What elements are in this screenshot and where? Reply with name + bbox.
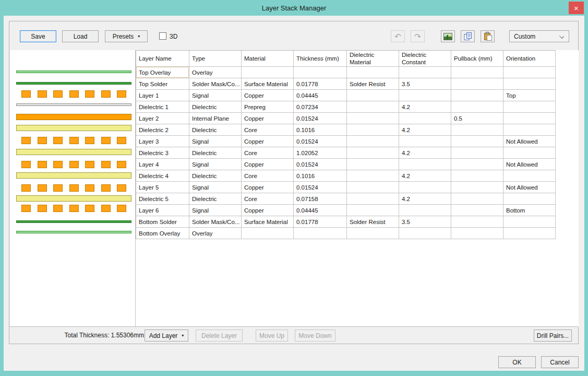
table-cell[interactable] bbox=[503, 78, 556, 90]
table-cell[interactable] bbox=[451, 159, 503, 170]
table-cell[interactable] bbox=[242, 67, 294, 78]
table-cell[interactable]: Dielectric bbox=[189, 170, 242, 182]
table-cell[interactable]: 4.2 bbox=[399, 193, 451, 205]
table-cell[interactable]: Signal bbox=[189, 90, 242, 101]
table-cell[interactable]: 0.07234 bbox=[294, 101, 347, 113]
table-cell[interactable] bbox=[347, 101, 399, 113]
table-cell[interactable] bbox=[451, 193, 503, 205]
ok-button[interactable]: OK bbox=[498, 356, 536, 368]
table-cell[interactable] bbox=[347, 193, 399, 205]
table-cell[interactable] bbox=[451, 67, 503, 78]
table-cell[interactable]: Top Solder bbox=[136, 78, 189, 90]
table-cell[interactable] bbox=[399, 136, 451, 147]
drill-pairs-button[interactable]: Drill Pairs... bbox=[534, 330, 572, 342]
table-cell[interactable] bbox=[503, 216, 556, 228]
cancel-button[interactable]: Cancel bbox=[541, 356, 579, 368]
table-cell[interactable]: Solder Resist bbox=[347, 78, 399, 90]
table-cell[interactable]: 0.01524 bbox=[294, 159, 347, 170]
table-cell[interactable]: 0.04445 bbox=[294, 90, 347, 101]
table-cell[interactable] bbox=[503, 101, 556, 113]
table-cell[interactable]: Core bbox=[242, 124, 294, 136]
load-button[interactable]: Load bbox=[62, 30, 99, 42]
table-cell[interactable] bbox=[347, 113, 399, 124]
table-cell[interactable] bbox=[451, 101, 503, 113]
table-cell[interactable]: Signal bbox=[189, 205, 242, 216]
table-cell[interactable]: 0.01778 bbox=[294, 216, 347, 228]
3d-checkbox[interactable] bbox=[159, 32, 166, 40]
table-cell[interactable]: Layer 3 bbox=[136, 136, 189, 147]
table-cell[interactable] bbox=[451, 90, 503, 101]
table-cell[interactable]: Layer 1 bbox=[136, 90, 189, 101]
table-cell[interactable]: 3.5 bbox=[399, 78, 451, 90]
table-cell[interactable]: Not Allowed bbox=[503, 159, 556, 170]
table-cell[interactable]: Layer 4 bbox=[136, 159, 189, 170]
table-cell[interactable]: Dielectric bbox=[189, 147, 242, 159]
table-cell[interactable] bbox=[399, 182, 451, 193]
table-cell[interactable]: Signal bbox=[189, 182, 242, 193]
table-cell[interactable]: Dielectric bbox=[189, 101, 242, 113]
table-cell[interactable]: Core bbox=[242, 147, 294, 159]
table-cell[interactable]: 0.5 bbox=[451, 113, 503, 124]
table-cell[interactable] bbox=[399, 67, 451, 78]
table-cell[interactable]: Bottom Overlay bbox=[136, 228, 189, 239]
table-cell[interactable] bbox=[451, 182, 503, 193]
table-cell[interactable]: 4.2 bbox=[399, 101, 451, 113]
table-cell[interactable]: Solder Resist bbox=[347, 216, 399, 228]
table-cell[interactable] bbox=[347, 124, 399, 136]
add-layer-button[interactable]: Add Layer ▾ bbox=[145, 330, 188, 342]
table-cell[interactable]: 0.01524 bbox=[294, 113, 347, 124]
table-cell[interactable]: Overlay bbox=[189, 67, 242, 78]
table-cell[interactable]: Top bbox=[503, 90, 556, 101]
table-cell[interactable] bbox=[399, 228, 451, 239]
table-cell[interactable] bbox=[294, 228, 347, 239]
table-cell[interactable] bbox=[399, 90, 451, 101]
copy-button[interactable] bbox=[461, 30, 475, 42]
table-cell[interactable] bbox=[503, 170, 556, 182]
table-cell[interactable] bbox=[451, 228, 503, 239]
table-cell[interactable]: Layer 2 bbox=[136, 113, 189, 124]
table-cell[interactable]: Dielectric 5 bbox=[136, 193, 189, 205]
table-cell[interactable] bbox=[451, 170, 503, 182]
table-cell[interactable]: Copper bbox=[242, 182, 294, 193]
table-cell[interactable]: Solder Mask/Co... bbox=[189, 78, 242, 90]
table-cell[interactable]: 0.01778 bbox=[294, 78, 347, 90]
table-cell[interactable] bbox=[347, 90, 399, 101]
table-cell[interactable] bbox=[399, 113, 451, 124]
paste-button[interactable] bbox=[481, 30, 495, 42]
table-cell[interactable] bbox=[347, 228, 399, 239]
table-cell[interactable] bbox=[347, 67, 399, 78]
table-cell[interactable] bbox=[503, 113, 556, 124]
presets-dropdown-button[interactable]: Presets ▾ bbox=[105, 30, 148, 42]
close-button[interactable]: × bbox=[569, 2, 584, 14]
preset-select[interactable]: Custom bbox=[509, 30, 569, 42]
table-cell[interactable]: 0.01524 bbox=[294, 136, 347, 147]
table-cell[interactable] bbox=[347, 170, 399, 182]
table-cell[interactable]: Copper bbox=[242, 205, 294, 216]
table-cell[interactable]: Internal Plane bbox=[189, 113, 242, 124]
table-cell[interactable] bbox=[347, 159, 399, 170]
table-cell[interactable]: Dielectric 2 bbox=[136, 124, 189, 136]
table-cell[interactable] bbox=[399, 205, 451, 216]
table-cell[interactable]: Signal bbox=[189, 136, 242, 147]
table-cell[interactable]: 0.01524 bbox=[294, 182, 347, 193]
table-cell[interactable]: 3.5 bbox=[399, 216, 451, 228]
table-cell[interactable]: 4.2 bbox=[399, 147, 451, 159]
table-cell[interactable]: Copper bbox=[242, 90, 294, 101]
table-cell[interactable]: Layer 5 bbox=[136, 182, 189, 193]
table-cell[interactable] bbox=[347, 205, 399, 216]
save-as-image-button[interactable] bbox=[441, 30, 455, 42]
save-button[interactable]: Save bbox=[20, 30, 56, 42]
table-cell[interactable] bbox=[451, 124, 503, 136]
table-cell[interactable]: Surface Material bbox=[242, 216, 294, 228]
table-cell[interactable] bbox=[347, 182, 399, 193]
table-cell[interactable]: 0.1016 bbox=[294, 124, 347, 136]
table-cell[interactable] bbox=[503, 124, 556, 136]
table-cell[interactable] bbox=[347, 147, 399, 159]
table-cell[interactable] bbox=[451, 147, 503, 159]
table-cell[interactable] bbox=[503, 147, 556, 159]
table-cell[interactable]: Top Overlay bbox=[136, 67, 189, 78]
table-cell[interactable]: Dielectric bbox=[189, 193, 242, 205]
table-cell[interactable]: Dielectric bbox=[189, 124, 242, 136]
window-titlebar[interactable]: Layer Stack Manager × bbox=[0, 0, 588, 16]
table-cell[interactable]: Copper bbox=[242, 113, 294, 124]
